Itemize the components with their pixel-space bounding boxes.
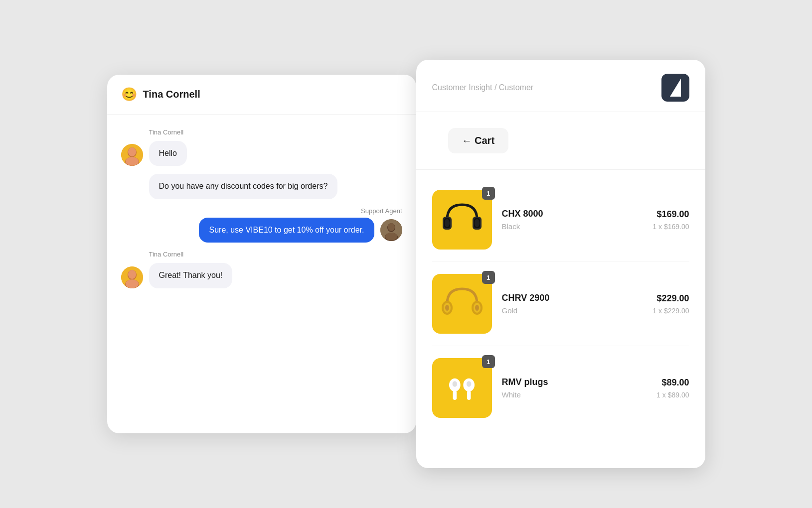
cart-back-button[interactable]: ← Cart bbox=[448, 128, 509, 153]
cart-back-area: ← Cart bbox=[416, 112, 705, 165]
headphones-gold-icon bbox=[440, 284, 485, 324]
product-info-3: RMV plugs White bbox=[502, 377, 620, 399]
product-name-2: CHRV 2900 bbox=[502, 293, 620, 303]
svg-point-26 bbox=[475, 305, 479, 311]
product-image-wrap-1: 1 bbox=[432, 190, 492, 250]
product-name-3: RMV plugs bbox=[502, 377, 620, 387]
product-unit-price-3: 1 x $89.00 bbox=[630, 391, 689, 399]
product-image-wrap-2: 1 bbox=[432, 274, 492, 334]
svg-point-4 bbox=[126, 157, 139, 166]
bubble-2: Do you have any discount codes for big o… bbox=[149, 174, 338, 199]
product-info-1: CHX 8000 Black bbox=[502, 209, 620, 231]
chat-messages: Tina Cornell Hello bbox=[107, 115, 416, 302]
airpods-icon bbox=[441, 367, 483, 409]
cart-item-3: 1 RMV plugs White $89.00 1 x $89.00 bbox=[432, 346, 689, 430]
svg-point-31 bbox=[453, 381, 457, 386]
message-group-1: Tina Cornell Hello bbox=[121, 128, 402, 166]
smiley-icon: 😊 bbox=[121, 87, 137, 102]
svg-point-8 bbox=[388, 223, 395, 231]
product-price-1: $169.00 bbox=[630, 209, 689, 220]
svg-rect-30 bbox=[467, 390, 471, 400]
svg-point-19 bbox=[445, 219, 450, 227]
cart-item-2: 1 CHRV 2900 Gold $229.00 1 x $229.00 bbox=[432, 262, 689, 346]
app-container: 😊 Tina Cornell Tina Cornell bbox=[107, 75, 705, 433]
product-info-2: CHRV 2900 Gold bbox=[502, 293, 620, 315]
avatar-agent bbox=[380, 219, 402, 241]
product-name-1: CHX 8000 bbox=[502, 209, 620, 219]
product-unit-price-2: 1 x $229.00 bbox=[630, 307, 689, 315]
product-price-3: $89.00 bbox=[630, 378, 689, 388]
quantity-badge-2: 1 bbox=[482, 271, 495, 284]
product-variant-3: White bbox=[502, 390, 620, 399]
brand-logo bbox=[661, 74, 689, 102]
message-row-4: Great! Thank you! bbox=[121, 263, 402, 288]
product-price-col-2: $229.00 1 x $229.00 bbox=[630, 293, 689, 315]
quantity-badge-3: 1 bbox=[482, 355, 495, 368]
cart-divider bbox=[416, 169, 705, 170]
chat-panel: 😊 Tina Cornell Tina Cornell bbox=[107, 75, 416, 433]
bubble-3: Sure, use VIBE10 to get 10% off your ord… bbox=[199, 218, 374, 243]
svg-point-14 bbox=[126, 279, 139, 288]
brand-logo-triangle bbox=[670, 79, 681, 97]
bubble-1: Hello bbox=[149, 141, 187, 166]
product-price-col-3: $89.00 1 x $89.00 bbox=[630, 378, 689, 399]
cart-header: Customer Insight / Customer bbox=[416, 60, 705, 112]
agent-row: Sure, use VIBE10 to get 10% off your ord… bbox=[199, 218, 402, 243]
product-unit-price-1: 1 x $169.00 bbox=[630, 223, 689, 231]
agent-label: Support Agent bbox=[361, 207, 402, 215]
headphones-black-icon bbox=[440, 200, 485, 240]
product-variant-2: Gold bbox=[502, 306, 620, 315]
sender-label-4: Tina Cornell bbox=[121, 251, 402, 258]
svg-point-3 bbox=[128, 147, 136, 156]
avatar-customer-4 bbox=[121, 266, 143, 288]
chat-header-name: Tina Cornell bbox=[143, 89, 200, 100]
svg-point-20 bbox=[475, 219, 480, 227]
chat-header: 😊 Tina Cornell bbox=[107, 75, 416, 115]
message-row-2: Do you have any discount codes for big o… bbox=[121, 174, 402, 199]
avatar-customer-1 bbox=[121, 144, 143, 166]
agent-section: Support Agent Sure, use VIBE10 to get 10… bbox=[121, 207, 402, 243]
breadcrumb: Customer Insight / Customer bbox=[432, 83, 534, 92]
svg-point-23 bbox=[445, 305, 449, 311]
cart-panel: Customer Insight / Customer ← Cart bbox=[416, 60, 705, 468]
svg-rect-28 bbox=[453, 390, 457, 400]
cart-items-list: 1 CHX 8000 Black $169.00 1 x $169.00 bbox=[416, 174, 705, 434]
product-image-wrap-3: 1 bbox=[432, 358, 492, 418]
message-row-1: Hello bbox=[121, 141, 402, 166]
sender-label-1: Tina Cornell bbox=[121, 128, 402, 136]
product-price-2: $229.00 bbox=[630, 293, 689, 304]
product-variant-1: Black bbox=[502, 222, 620, 231]
cart-item-1: 1 CHX 8000 Black $169.00 1 x $169.00 bbox=[432, 178, 689, 262]
quantity-badge-1: 1 bbox=[482, 187, 495, 200]
svg-point-9 bbox=[385, 233, 397, 241]
bubble-4: Great! Thank you! bbox=[149, 263, 233, 288]
product-price-col-1: $169.00 1 x $169.00 bbox=[630, 209, 689, 231]
message-group-4: Tina Cornell Great! Thank you! bbox=[121, 251, 402, 288]
svg-point-32 bbox=[467, 381, 471, 386]
svg-point-13 bbox=[128, 270, 136, 279]
